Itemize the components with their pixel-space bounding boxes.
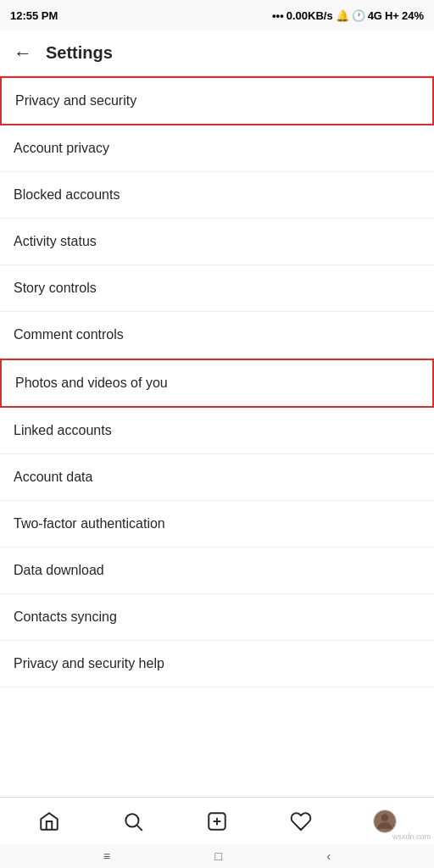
menu-item-data-download[interactable]: Data download: [0, 548, 434, 594]
menu-item-linked-accounts[interactable]: Linked accounts: [0, 408, 434, 454]
svg-line-1: [137, 825, 142, 830]
status-bar: 12:55 PM ••• 0.00KB/s 🔔 🕐 4G H+ 24%: [0, 0, 434, 31]
network-speed: 0.00KB/s: [287, 9, 333, 22]
nav-search[interactable]: [113, 801, 153, 842]
menu-item-account-privacy[interactable]: Account privacy: [0, 125, 434, 172]
network-dots: •••: [272, 9, 284, 22]
menu-item-contacts-syncing[interactable]: Contacts syncing: [0, 594, 434, 641]
android-nav: ≡ □ ‹: [0, 844, 434, 868]
watermark: wsxdn.com: [392, 832, 431, 841]
menu-item-activity-status[interactable]: Activity status: [0, 219, 434, 265]
alarm-icon: 🕐: [352, 9, 365, 22]
bottom-nav: [0, 797, 434, 844]
svg-point-0: [125, 814, 138, 826]
menu-item-two-factor[interactable]: Two-factor authentication: [0, 501, 434, 548]
menu-item-blocked-accounts[interactable]: Blocked accounts: [0, 172, 434, 219]
android-back[interactable]: ‹: [327, 849, 331, 863]
menu-item-privacy-security[interactable]: Privacy and security: [0, 76, 434, 125]
battery: 24%: [402, 9, 424, 22]
menu-list: Privacy and securityAccount privacyBlock…: [0, 76, 434, 687]
status-icons: ••• 0.00KB/s 🔔 🕐 4G H+ 24%: [272, 9, 424, 22]
nav-bar: ← Settings: [0, 31, 434, 76]
back-button[interactable]: ←: [14, 42, 32, 64]
android-menu[interactable]: ≡: [103, 849, 110, 863]
android-home[interactable]: □: [215, 849, 222, 863]
menu-item-comment-controls[interactable]: Comment controls: [0, 312, 434, 359]
page-title: Settings: [46, 43, 113, 63]
menu-item-account-data[interactable]: Account data: [0, 454, 434, 501]
signal-h: H+: [385, 9, 399, 22]
avatar: [373, 810, 397, 833]
menu-item-photos-videos[interactable]: Photos and videos of you: [0, 359, 434, 408]
nav-heart[interactable]: [281, 801, 321, 842]
mute-icon: 🔔: [336, 9, 349, 22]
svg-point-5: [381, 814, 389, 821]
menu-item-privacy-help[interactable]: Privacy and security help: [0, 641, 434, 687]
nav-add[interactable]: [197, 801, 237, 842]
status-time: 12:55 PM: [10, 9, 58, 22]
menu-item-story-controls[interactable]: Story controls: [0, 265, 434, 312]
nav-home[interactable]: [29, 801, 70, 842]
signal-4g: 4G: [368, 9, 382, 22]
